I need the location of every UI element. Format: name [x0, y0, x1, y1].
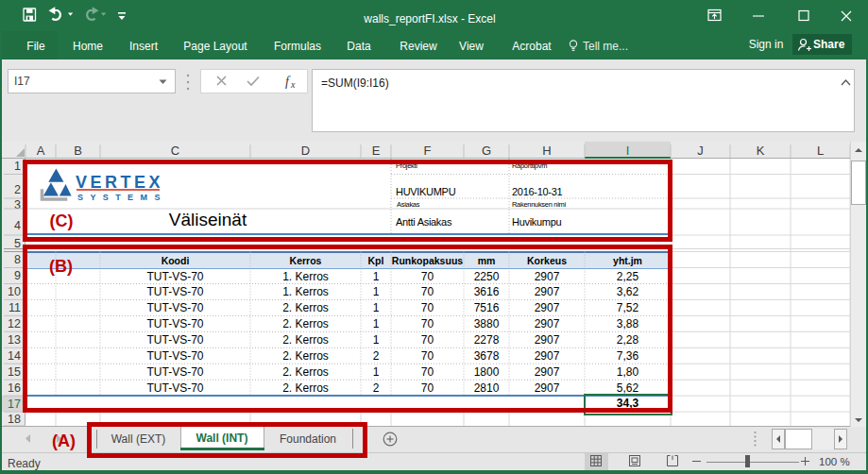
svg-text:x: x [290, 79, 296, 90]
